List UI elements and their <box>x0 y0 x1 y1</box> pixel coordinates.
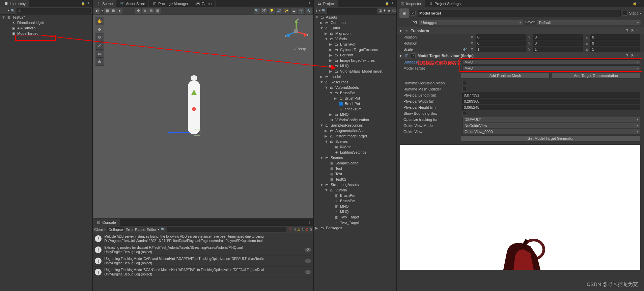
gameobject-name[interactable] <box>418 10 621 17</box>
menu-icon[interactable]: ⋮ <box>307 220 312 225</box>
star-icon[interactable]: ★ <box>388 8 391 13</box>
project-item[interactable]: ▶🗀CylinderTargetTextures <box>314 47 396 52</box>
project-item[interactable]: ▶🗀Migration <box>314 31 396 36</box>
console-entry[interactable]: !Multiple ADB server instances found, th… <box>93 233 313 244</box>
lighting-toggle[interactable]: 💡 <box>269 8 275 14</box>
warn-count[interactable]: 1 <box>302 228 304 232</box>
database-dropdown[interactable]: MHQ▾ <box>462 59 640 65</box>
local-toggle[interactable]: ⊕ <box>142 8 148 14</box>
menu-icon[interactable]: ⋮ <box>85 15 89 20</box>
project-item[interactable]: ▼🗀StreamingAssets <box>314 182 396 187</box>
snap-dd[interactable]: ▾ <box>116 8 122 14</box>
rotate-tool[interactable]: ↻ <box>95 33 104 42</box>
x-input[interactable] <box>476 34 526 40</box>
project-item[interactable]: ▶🗀BrushPot <box>314 42 396 47</box>
component-enabled[interactable] <box>411 53 416 58</box>
project-item[interactable]: ☀LightingSettings <box>314 150 396 155</box>
tab-game[interactable]: 🎮Game <box>192 0 216 7</box>
audio-toggle[interactable]: 🔊 <box>276 8 282 14</box>
hierarchy-item[interactable]: ☀Directional Light <box>0 20 92 25</box>
project-item[interactable]: ▶🗀BrushPot <box>314 96 396 101</box>
filter-icon[interactable]: ◪ <box>379 8 382 13</box>
fx-toggle[interactable]: ✨ <box>283 8 289 14</box>
camera-toggle[interactable]: 📷 <box>298 8 304 14</box>
project-item[interactable]: ⊞Test <box>314 166 396 171</box>
menu-icon[interactable]: ⋮ <box>636 28 640 33</box>
link-icon[interactable]: 🔗 <box>462 47 467 52</box>
project-item[interactable]: ▶🗀MHQ <box>314 63 396 69</box>
project-item[interactable]: ▼🗀SamplesResources <box>314 123 396 128</box>
save-icon[interactable]: /10 <box>392 8 397 13</box>
project-item[interactable]: ▶🗀InstantImageTarget <box>314 133 396 139</box>
lock-icon[interactable]: 🔒 <box>81 1 85 6</box>
orientation-gizmo[interactable]: yxz <box>283 18 310 45</box>
grid-toggle[interactable]: ▦ <box>104 8 110 14</box>
x-input[interactable] <box>476 41 526 46</box>
console-tab[interactable]: ▤Console <box>93 219 119 226</box>
project-item[interactable]: ▶🗀ForPrint <box>314 52 396 58</box>
dropdown[interactable]: NoGuideView▾ <box>462 123 640 128</box>
tab-scene[interactable]: #Scene <box>93 0 116 7</box>
preset-icon[interactable]: ⎘ <box>630 28 635 33</box>
dropdown[interactable]: GuideView_0000▾ <box>462 129 640 134</box>
info-count[interactable]: 4 <box>294 228 296 232</box>
project-item[interactable]: ▶🗀VuforiaMars_ModelTarget <box>314 69 396 74</box>
project-item[interactable]: ▼🗀Resources <box>314 79 396 85</box>
clear-button[interactable]: Clear <box>94 228 103 232</box>
project-item[interactable]: ◫Two_Target <box>314 214 396 220</box>
y-input[interactable] <box>533 47 583 52</box>
y-input[interactable] <box>533 41 583 46</box>
err-count[interactable]: 0 <box>310 228 312 232</box>
menu-icon[interactable]: ⋮ <box>390 1 395 6</box>
console-entry[interactable]: !Upgrading TrackingMode 'CAR' and Motion… <box>93 256 313 267</box>
project-item[interactable]: ⊞SampleScene <box>314 160 396 166</box>
shading-mode[interactable]: ◐ <box>94 8 100 14</box>
project-settings-tab[interactable]: ⚙Project Settings <box>425 0 464 7</box>
lock-icon[interactable]: 🔒 <box>385 1 389 6</box>
gizmo-toggle[interactable]: 🔧 <box>306 8 312 14</box>
transform-tool[interactable]: ⊕ <box>95 58 104 66</box>
persp-label[interactable]: ≡ Persp <box>294 47 306 51</box>
project-item[interactable]: ▫checksum <box>314 106 396 112</box>
project-item[interactable]: ◫BrushPot <box>314 193 396 198</box>
add-target-button[interactable]: Add Target Representation <box>552 73 640 79</box>
move-tool[interactable]: ✥ <box>95 25 104 33</box>
lock-icon[interactable]: 🔒 <box>632 1 637 6</box>
dropdown[interactable]: DEFAULT▾ <box>462 117 640 122</box>
hierarchy-search[interactable] <box>17 8 91 14</box>
scene-root[interactable]: ▼ ⊞ Test02* ⋮ <box>0 15 92 20</box>
modeltarget-dropdown[interactable]: MHQ▾ <box>462 65 640 71</box>
snap-btn[interactable]: ⊞ <box>148 8 154 14</box>
project-item[interactable]: ⊞0-Main <box>314 144 396 150</box>
editor-dd[interactable]: Editor <box>147 228 157 232</box>
z-input[interactable] <box>590 41 640 46</box>
menu-icon[interactable]: ⋮ <box>307 1 312 6</box>
console-entry[interactable]: !Upgrading TrackingMode 'SCAN' and Motio… <box>93 267 313 278</box>
incr-btn[interactable]: ▤ <box>155 8 161 14</box>
visibility-icon[interactable]: 👁 <box>383 8 386 13</box>
2d-toggle[interactable]: 2D <box>261 8 267 14</box>
project-item[interactable]: ▶🗀Packages <box>314 225 396 231</box>
checkbox[interactable] <box>462 81 467 85</box>
project-item[interactable]: ▼🗀Scenes <box>314 139 396 144</box>
project-item[interactable]: ▶🗀Common <box>314 20 396 25</box>
console-search[interactable] <box>167 227 286 232</box>
inspector-tab[interactable]: ⓘInspector <box>397 0 425 7</box>
tag-dropdown[interactable]: Untagged▾ <box>419 20 523 25</box>
plus-icon[interactable]: + <box>2 8 6 13</box>
plus-icon[interactable]: + <box>315 8 318 13</box>
hierarchy-tab[interactable]: ☰ Hierarchy <box>0 0 29 7</box>
scene-viewport[interactable]: ✋ ✥ ↻ ⤢ ▭ ⊕ yxz ≡ Persp <box>93 15 313 218</box>
snap-toggle[interactable]: ⊞ <box>110 8 116 14</box>
project-tab[interactable]: 🗀Project <box>314 0 338 7</box>
checkbox[interactable] <box>462 87 467 91</box>
project-item[interactable]: ⚙VuforiaConfiguration <box>314 117 396 123</box>
checkbox[interactable] <box>462 111 467 116</box>
project-item[interactable]: ▶🗀ImageTargetTextures <box>314 58 396 63</box>
scale-tool[interactable]: ⤢ <box>95 42 104 50</box>
rect-tool[interactable]: ▭ <box>95 50 104 58</box>
y-input[interactable] <box>533 34 583 40</box>
project-item[interactable]: ▫Two_Target <box>314 220 396 225</box>
menu-icon[interactable]: ⋮ <box>636 53 640 58</box>
hierarchy-item[interactable]: ▣ARCamera <box>0 25 92 31</box>
